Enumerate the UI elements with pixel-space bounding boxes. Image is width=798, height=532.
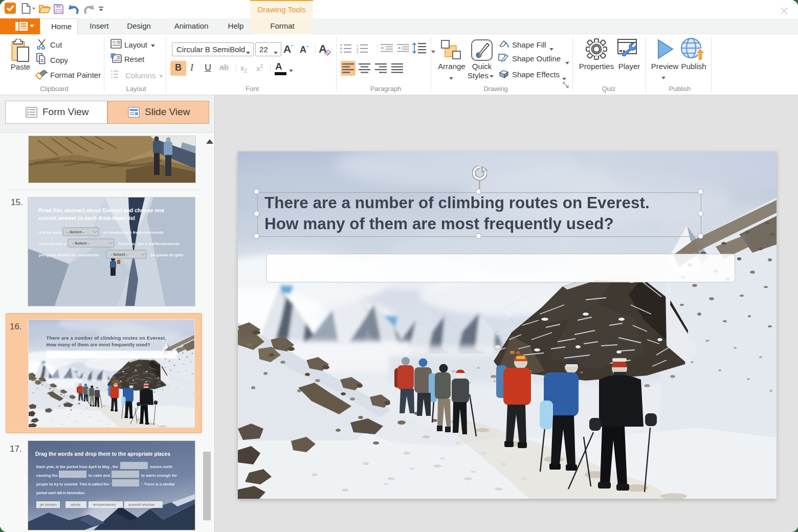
svg-text:Khumbu, que é particularmente: Khumbu, que é particularmente bbox=[118, 241, 180, 246]
svg-text:to warm enough for: to warm enough for bbox=[141, 473, 177, 478]
svg-text:causing the: causing the bbox=[36, 473, 58, 478]
svg-text:moves north: moves north bbox=[150, 464, 172, 469]
svg-text:jet stream: jet stream bbox=[39, 502, 57, 507]
svg-text:3: 3 bbox=[357, 51, 359, 53]
svg-text:'. There is a similar: '. There is a similar bbox=[141, 482, 175, 486]
svg-text:people to try to summit. This: people to try to summit. This is called … bbox=[36, 482, 111, 486]
svg-text:- Select -: - Select - bbox=[110, 252, 128, 257]
svg-text:da queda de gelo.: da queda de gelo. bbox=[150, 253, 185, 257]
svg-text:temperatures: temperatures bbox=[93, 502, 116, 507]
svg-text:to calm and: to calm and bbox=[88, 473, 110, 478]
svg-text:- Select -: - Select - bbox=[67, 230, 84, 234]
svg-text:Read this abstract about Evere: Read this abstract about Everest and cho… bbox=[38, 207, 164, 213]
svg-text:perigosa devido ao movimento: perigosa devido ao movimento bbox=[39, 253, 99, 257]
svg-text:summit window: summit window bbox=[128, 502, 155, 507]
svg-text:correct answer in each drop-do: correct answer in each drop-down list bbox=[38, 215, 136, 221]
svg-text:How many of them are most freq: How many of them are most frequently use… bbox=[46, 342, 150, 347]
svg-text:considerada a: considerada a bbox=[39, 241, 66, 246]
svg-text:Each year, in the period from: Each year, in the period from April to M… bbox=[36, 464, 118, 469]
svg-text:winds: winds bbox=[70, 502, 80, 507]
svg-text:- Select -: - Select - bbox=[72, 241, 90, 246]
svg-text:da montanha é frequentemente: da montanha é frequentemente bbox=[103, 230, 164, 235]
svg-text:Drag the words and drop them t: Drag the words and drop them to the apro… bbox=[35, 451, 170, 457]
svg-text:There are a number of climbing: There are a number of climbing routes on… bbox=[46, 336, 166, 341]
svg-text:1: 1 bbox=[357, 44, 359, 47]
svg-text:A área mais: A área mais bbox=[39, 230, 62, 235]
svg-text:period each fall in November.: period each fall in November. bbox=[36, 491, 85, 495]
